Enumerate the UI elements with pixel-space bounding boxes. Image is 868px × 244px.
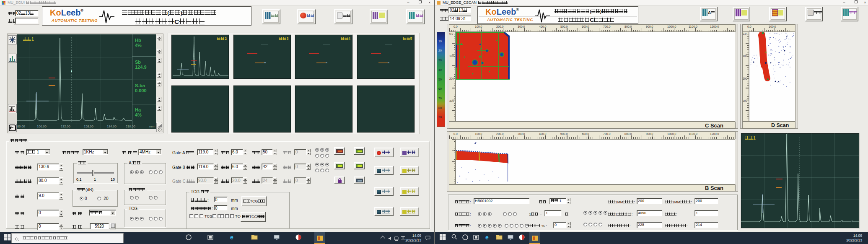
svg-text:e: e — [485, 234, 489, 241]
svg-text:e: e — [230, 234, 233, 241]
